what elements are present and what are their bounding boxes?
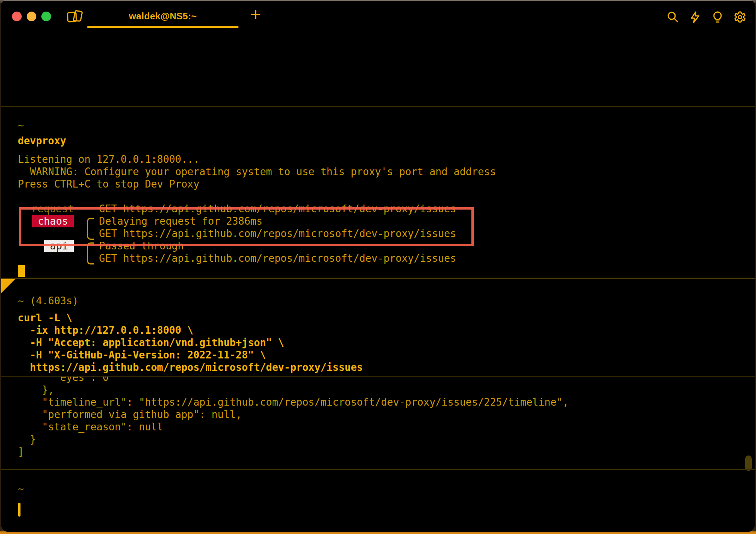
json-line: "state_reason": null [18,421,163,433]
block-divider [1,278,755,279]
output-ctrlc: Press CTRL+C to stop Dev Proxy [18,178,200,190]
json-line: "eyes": 0 [18,377,109,384]
json-line: "performed_via_github_app": null, [18,408,242,421]
maximize-button[interactable] [41,12,51,21]
curl-line-5: https://api.github.com/repos/microsoft/d… [18,361,363,374]
scrollbar-thumb[interactable] [745,456,752,471]
curl-line-2: -ix http://127.0.0.1:8000 \ [18,324,193,336]
minimize-button[interactable] [27,12,36,21]
curl-line-3: -H "Accept: application/vnd.github+json"… [18,336,284,349]
bookmarks-icon[interactable] [65,9,83,24]
block-cursor [18,265,25,277]
json-output: "eyes": 0 }, "timeline_url": "https://ap… [1,377,755,459]
tab-title: waldek@NS5:~ [129,11,197,22]
block-divider [1,469,755,470]
terminal-window: waldek@NS5:~ + [1,1,755,532]
json-line: } [18,433,36,445]
api-url: GET https://api.github.com/repos/microso… [99,252,456,264]
lightbulb-icon[interactable] [711,11,724,24]
prompt-symbol: ~ [18,119,24,131]
text-cursor [18,503,20,517]
screen: waldek@NS5:~ + [0,0,756,534]
fold-marker[interactable] [1,279,15,293]
command-duration: (4.603s) [30,295,78,307]
output-warning: WARNING: Configure your operating system… [18,165,496,178]
curl-line-4: -H "X-GitHub-Api-Version: 2022-11-28" \ [18,349,266,361]
curl-line-1: curl -L \ [18,312,72,324]
annotation-highlight-box [19,207,474,246]
gear-icon[interactable] [734,11,746,24]
json-line: ] [18,445,24,458]
tab-bar: waldek@NS5:~ + [1,1,755,28]
json-line: }, [18,384,54,396]
tab-active-underline [87,26,239,28]
command-devproxy: devproxy [18,135,66,147]
close-button[interactable] [12,12,22,21]
search-icon[interactable] [666,11,679,24]
tab-active[interactable]: waldek@NS5:~ [87,4,239,28]
block-divider [1,106,755,107]
output-listening: Listening on 127.0.0.1:8000... [18,153,200,165]
add-tab-button[interactable]: + [247,6,264,23]
json-line: "timeline_url": "https://api.github.com/… [18,396,568,408]
lightning-icon[interactable] [689,11,701,24]
prompt-symbol: ~ [18,295,24,307]
prompt-with-duration: ~ (4.603s) [18,295,79,307]
prompt-symbol: ~ [18,483,24,495]
